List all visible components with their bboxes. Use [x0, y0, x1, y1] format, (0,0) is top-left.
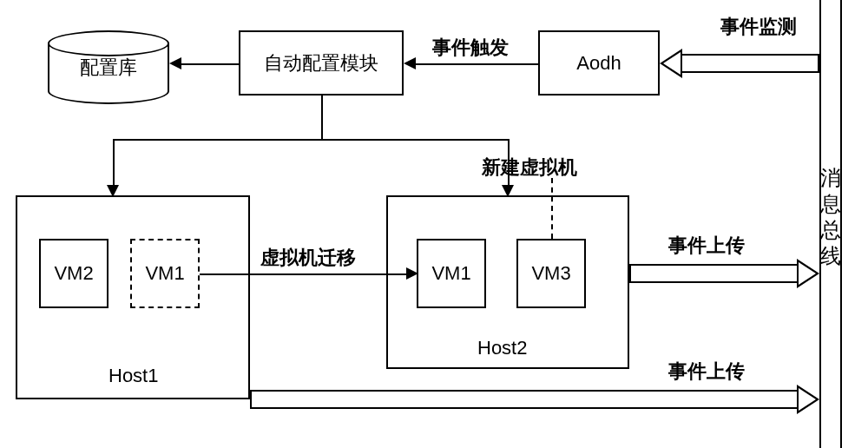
- config-db: 配置库: [48, 30, 169, 104]
- bus-char-2: 息: [820, 192, 841, 215]
- bus-char-1: 消: [820, 166, 841, 189]
- vm2-label: VM2: [54, 262, 93, 285]
- event-monitor-label: 事件监测: [720, 14, 797, 40]
- edge-host2-to-bus: [629, 259, 819, 288]
- arrowhead-icon: [169, 57, 181, 69]
- vm3-label: VM3: [531, 262, 570, 285]
- vm1-dst-label: VM1: [431, 262, 470, 285]
- event-upload-label-2: 事件上传: [668, 359, 745, 385]
- arrowhead-icon: [406, 267, 418, 280]
- auto-config-module: 自动配置模块: [239, 30, 404, 96]
- edge-aodh-to-autoconfig: [415, 63, 538, 65]
- migration-label: 虚拟机迁移: [260, 245, 356, 271]
- host2-label: Host2: [477, 337, 527, 359]
- message-bus-label: 消 息 总 线: [819, 165, 842, 269]
- vm2: VM2: [39, 239, 108, 308]
- vm1-dest: VM1: [417, 239, 486, 308]
- bus-char-3: 总: [820, 218, 841, 241]
- vm1-src-label: VM1: [145, 262, 184, 285]
- vm3: VM3: [516, 239, 586, 308]
- aodh-module: Aodh: [538, 30, 660, 96]
- event-trigger-label: 事件触发: [432, 35, 509, 61]
- edge-to-host1: [113, 139, 115, 187]
- aodh-label: Aodh: [576, 52, 621, 75]
- bus-char-4: 线: [820, 244, 841, 267]
- event-upload-label-1: 事件上传: [668, 233, 745, 259]
- edge-host1-to-bus: [250, 385, 819, 414]
- auto-config-label: 自动配置模块: [264, 50, 378, 76]
- host1-label: Host1: [108, 365, 158, 387]
- arrowhead-icon: [404, 57, 416, 69]
- edge-new-vm: [551, 178, 553, 239]
- vm1-source: VM1: [130, 239, 200, 308]
- edge-autoconfig-split: [113, 139, 508, 141]
- edge-autoconfig-down: [321, 96, 323, 139]
- edge-bus-to-aodh: [660, 49, 819, 78]
- new-vm-label: 新建虚拟机: [482, 155, 577, 181]
- edge-vm-migration: [200, 273, 408, 275]
- edge-autoconfig-to-db: [181, 63, 239, 65]
